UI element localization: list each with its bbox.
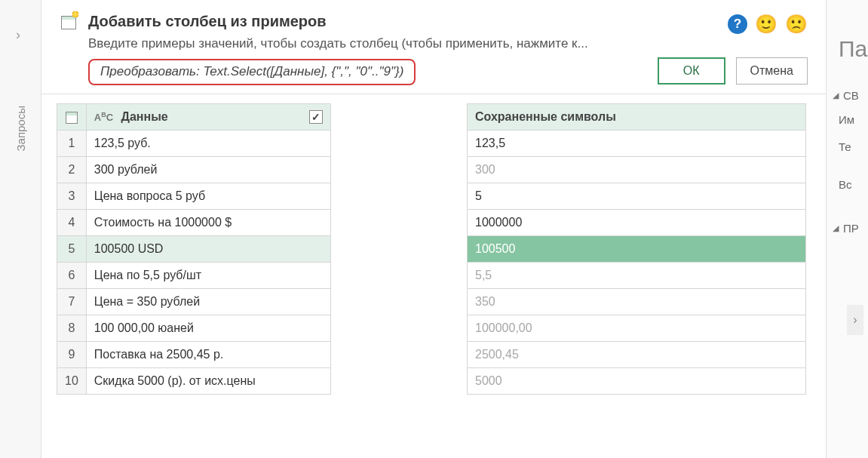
column-from-examples-icon [60, 12, 78, 30]
prop-row-name: Им [839, 113, 854, 126]
prop-row-text: Те [839, 140, 851, 153]
table-row[interactable]: 100500 [468, 236, 806, 263]
table-icon [66, 112, 78, 124]
table-row[interactable]: 5100500 USD [57, 236, 331, 263]
section-steps[interactable]: ◢ ПР [833, 222, 859, 235]
source-cell[interactable]: Цена вопроса 5 руб [86, 183, 330, 210]
row-number[interactable]: 10 [57, 368, 87, 395]
output-cell[interactable]: 300 [468, 157, 806, 183]
formula-prefix: Преобразовать: [100, 64, 203, 78]
table-row[interactable]: 7Цена = 350 рублей [57, 289, 331, 315]
type-text-icon: ABC [94, 112, 113, 123]
table-row[interactable]: 2500,45 [468, 342, 806, 368]
source-cell[interactable]: Цена по 5,5 руб/шт [86, 263, 330, 289]
source-cell[interactable]: 100 000,00 юаней [86, 315, 330, 342]
triangle-icon: ◢ [833, 223, 839, 233]
table-row[interactable]: 6Цена по 5,5 руб/шт [57, 263, 331, 289]
section-properties[interactable]: ◢ СВ [833, 89, 859, 102]
banner-subtitle: Введите примеры значений, чтобы создать … [88, 36, 658, 51]
source-cell[interactable]: 300 рублей [86, 157, 330, 183]
table-row[interactable]: 350 [468, 289, 806, 315]
table-row[interactable]: 123,5 [468, 131, 806, 157]
queries-panel-label: Запросы [14, 106, 27, 152]
banner-title: Добавить столбец из примеров [88, 13, 327, 30]
row-number[interactable]: 1 [57, 131, 87, 157]
formula-body: Text.Select([Данные], {",", "0".."9"}) [203, 64, 403, 78]
table-menu-corner[interactable] [57, 104, 87, 131]
table-row[interactable]: 8100 000,00 юаней [57, 315, 331, 342]
source-cell[interactable]: Скидка 5000 (р). от исх.цены [86, 368, 330, 395]
output-cell[interactable]: 5,5 [468, 263, 806, 289]
row-number[interactable]: 9 [57, 342, 87, 368]
source-column-header[interactable]: ABC Данные ✓ [86, 104, 330, 131]
output-cell[interactable]: 5000 [468, 368, 806, 395]
table-row[interactable]: 5,5 [468, 263, 806, 289]
output-column-header[interactable]: Сохраненные символы [468, 104, 806, 131]
chevron-right-icon: › [16, 27, 20, 43]
ok-button[interactable]: ОК [658, 57, 725, 85]
table-row[interactable]: 300 [468, 157, 806, 183]
output-cell[interactable]: 2500,45 [468, 342, 806, 368]
row-number[interactable]: 3 [57, 183, 87, 210]
source-cell[interactable]: 123,5 руб. [86, 131, 330, 157]
table-row[interactable]: 3Цена вопроса 5 руб [57, 183, 331, 210]
output-cell[interactable]: 5 [468, 183, 806, 210]
collapse-chevron-icon[interactable]: › [847, 305, 863, 335]
row-number[interactable]: 5 [57, 236, 87, 263]
prop-row-all: Вс [839, 178, 852, 191]
output-cell[interactable]: 100500 [468, 236, 806, 263]
table-row[interactable]: 100000,00 [468, 315, 806, 342]
table-row[interactable]: 2300 рублей [57, 157, 331, 183]
output-cell[interactable]: 123,5 [468, 131, 806, 157]
help-icon[interactable]: ? [728, 14, 747, 34]
add-column-banner: Добавить столбец из примеров Введите при… [41, 0, 826, 94]
source-cell[interactable]: 100500 USD [86, 236, 330, 263]
row-number[interactable]: 4 [57, 210, 87, 236]
table-row[interactable]: 4Стоимость на 1000000 $ [57, 210, 331, 236]
table-row[interactable]: 5 [468, 183, 806, 210]
table-row[interactable]: 1000000 [468, 210, 806, 236]
source-column-name: Данные [121, 110, 168, 123]
source-cell[interactable]: Цена = 350 рублей [86, 289, 330, 315]
triangle-icon: ◢ [833, 91, 839, 100]
table-row[interactable]: 10Скидка 5000 (р). от исх.цены [57, 368, 331, 395]
source-table[interactable]: ABC Данные ✓ 1123,5 руб.2300 рублей3Цена… [57, 103, 331, 395]
row-number[interactable]: 2 [57, 157, 87, 183]
table-row[interactable]: 1123,5 руб. [57, 131, 331, 157]
source-cell[interactable]: Стоимость на 1000000 $ [86, 210, 330, 236]
cancel-button[interactable]: Отмена [736, 57, 808, 85]
queries-side-panel[interactable]: › Запросы [0, 0, 41, 458]
table-row[interactable]: 9Поставка на 2500,45 р. [57, 342, 331, 368]
column-select-checkbox[interactable]: ✓ [309, 110, 323, 124]
table-row[interactable]: 5000 [468, 368, 806, 395]
settings-side-panel[interactable]: Па ◢ СВ Им Те Вс ◢ ПР › [826, 0, 868, 458]
row-number[interactable]: 8 [57, 315, 87, 342]
smile-feedback-icon[interactable]: 🙂 [755, 14, 778, 35]
output-table[interactable]: Сохраненные символы 123,5300510000001005… [467, 103, 806, 395]
output-cell[interactable]: 1000000 [468, 210, 806, 236]
formula-highlight: Преобразовать: Text.Select([Данные], {",… [88, 59, 416, 85]
settings-title: Па [839, 36, 867, 62]
output-cell[interactable]: 100000,00 [468, 315, 806, 342]
row-number[interactable]: 6 [57, 263, 87, 289]
output-cell[interactable]: 350 [468, 289, 806, 315]
row-number[interactable]: 7 [57, 289, 87, 315]
main-content: Добавить столбец из примеров Введите при… [41, 0, 826, 458]
frown-feedback-icon[interactable]: 🙁 [785, 14, 808, 35]
source-cell[interactable]: Поставка на 2500,45 р. [86, 342, 330, 368]
